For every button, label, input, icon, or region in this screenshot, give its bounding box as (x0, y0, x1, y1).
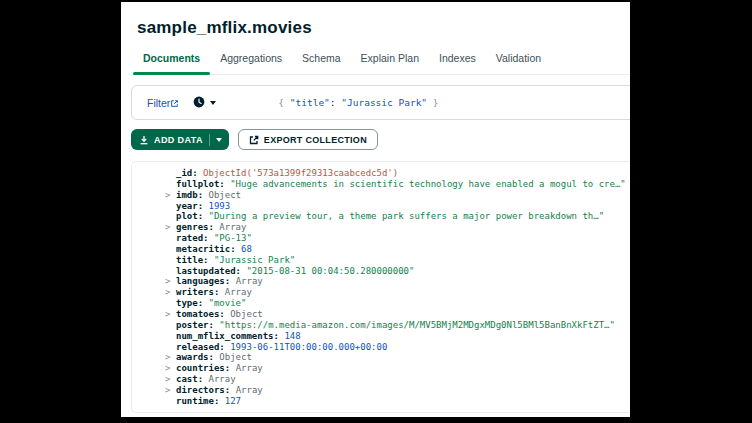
expand-caret-icon[interactable]: > (165, 287, 170, 298)
field-key: awards (176, 352, 209, 362)
field-colon: : (203, 233, 214, 243)
field-key: writers (176, 287, 214, 297)
field-value: 148 (284, 331, 300, 341)
field-key: genres (176, 222, 209, 232)
tab-label: Indexes (439, 52, 476, 64)
document-field-row[interactable]: >num_mflix_comments: 148 (176, 331, 630, 342)
field-colon: : (274, 331, 285, 341)
document-field-row[interactable]: >directors: Array (176, 385, 630, 396)
add-data-label: ADD DATA (154, 135, 203, 145)
document-field-row[interactable]: >rated: "PG-13" (176, 233, 630, 244)
field-colon: : (209, 352, 220, 362)
field-key: fullplot (176, 179, 219, 189)
field-colon: : (198, 211, 209, 221)
document-field-row[interactable]: >genres: Array (176, 222, 630, 233)
document-field-row[interactable]: >fullplot: "Huge advancements in scienti… (176, 179, 630, 190)
expand-caret-icon[interactable]: > (165, 309, 170, 320)
tab-explain-plan[interactable]: Explain Plan (351, 51, 429, 74)
query-open-brace: { (278, 97, 289, 108)
field-value: Object (209, 190, 242, 200)
filter-label: Filter (147, 97, 170, 109)
tab-aggregations[interactable]: Aggregations (210, 51, 292, 74)
filter-query-input[interactable]: { "title": "Jurassic Park" } (278, 97, 438, 108)
document-field-row[interactable]: >type: "movie" (176, 298, 630, 309)
expand-caret-icon[interactable]: > (165, 363, 170, 374)
field-colon: : (225, 385, 236, 395)
expand-caret-icon[interactable]: > (165, 374, 170, 385)
field-key: cast (176, 374, 198, 384)
export-icon (249, 131, 259, 149)
tab-label: Explain Plan (361, 52, 419, 64)
document-field-row[interactable]: >lastupdated: "2015-08-31 00:04:50.28000… (176, 266, 630, 277)
export-collection-button[interactable]: EXPORT COLLECTION (238, 129, 378, 150)
expand-caret-icon[interactable]: > (165, 276, 170, 287)
document-card[interactable]: >_id: ObjectId('573a1399f29313caabcedc5d… (131, 161, 630, 413)
field-colon: : (192, 168, 203, 178)
field-key: rated (176, 233, 203, 243)
field-colon: : (225, 276, 236, 286)
query-history-button[interactable] (193, 94, 216, 112)
query-close-brace: } (427, 97, 438, 108)
field-value: Array (236, 363, 263, 373)
document-field-row[interactable]: >imdb: Object (176, 190, 630, 201)
field-colon: : (219, 309, 230, 319)
field-colon: : (236, 266, 247, 276)
document-field-row[interactable]: >writers: Array (176, 287, 630, 298)
document-field-row[interactable]: >metacritic: 68 (176, 244, 630, 255)
field-colon: : (219, 342, 230, 352)
field-colon: : (225, 363, 236, 373)
field-value: 1993-06-11T00:00:00.000+00:00 (230, 342, 387, 352)
document-field-row[interactable]: >awards: Object (176, 352, 630, 363)
tab-indexes[interactable]: Indexes (429, 51, 486, 74)
document-field-row[interactable]: >year: 1993 (176, 201, 630, 212)
field-colon: : (209, 222, 220, 232)
download-icon (139, 131, 149, 149)
document-field-row[interactable]: >languages: Array (176, 276, 630, 287)
document-field-row[interactable]: >runtime: 127 (176, 396, 630, 407)
field-value: ObjectId('573a1399f29313caabcedc5d') (203, 168, 398, 178)
button-divider (209, 134, 210, 146)
external-link-icon (170, 97, 178, 109)
document-field-row[interactable]: >countries: Array (176, 363, 630, 374)
query-value: "Jurassic Park" (341, 97, 427, 108)
document-field-row[interactable]: >released: 1993-06-11T00:00:00.000+00:00 (176, 342, 630, 353)
document-fields: >_id: ObjectId('573a1399f29313caabcedc5d… (176, 168, 630, 407)
expand-caret-icon[interactable]: > (165, 190, 170, 201)
field-value: "During a preview tour, a theme park suf… (209, 211, 605, 221)
field-value: Array (236, 276, 263, 286)
field-colon: : (198, 190, 209, 200)
expand-caret-icon[interactable]: > (165, 222, 170, 233)
tab-schema[interactable]: Schema (292, 51, 351, 74)
field-value: "https://m.media-amazon.com/images/M/MV5… (219, 320, 615, 330)
document-field-row[interactable]: >poster: "https://m.media-amazon.com/ima… (176, 320, 630, 331)
document-field-row[interactable]: >_id: ObjectId('573a1399f29313caabcedc5d… (176, 168, 630, 179)
field-value: Object (230, 309, 263, 319)
page-title: sample_mflix.movies (137, 17, 630, 39)
expand-caret-icon[interactable]: > (165, 352, 170, 363)
toolbar: ADD DATA EXPORT COLLECTION (131, 129, 630, 150)
field-colon: : (219, 179, 230, 189)
tab-validation[interactable]: Validation (486, 51, 551, 74)
field-colon: : (209, 320, 220, 330)
document-field-row[interactable]: >tomatoes: Object (176, 309, 630, 320)
document-field-row[interactable]: >plot: "During a preview tour, a theme p… (176, 211, 630, 222)
expand-caret-icon[interactable]: > (165, 385, 170, 396)
field-key: title (176, 255, 203, 265)
add-data-button[interactable]: ADD DATA (131, 129, 229, 150)
field-value: "2015-08-31 00:04:50.280000000" (246, 266, 414, 276)
query-colon: : (330, 97, 341, 108)
filter-link[interactable]: Filter (147, 97, 178, 109)
field-value: "PG-13" (214, 233, 252, 243)
filter-bar: Filter { "title": "Jurassic Park" } (131, 85, 630, 120)
tab-label: Aggregations (220, 52, 282, 64)
tab-label: Validation (496, 52, 541, 64)
tab-label: Documents (143, 52, 200, 64)
document-field-row[interactable]: >cast: Array (176, 374, 630, 385)
field-value: Array (209, 374, 236, 384)
document-field-row[interactable]: >title: "Jurassic Park" (176, 255, 630, 266)
tab-documents[interactable]: Documents (133, 51, 210, 74)
clock-icon (193, 94, 205, 112)
field-key: tomatoes (176, 309, 219, 319)
field-key: directors (176, 385, 225, 395)
field-colon: : (198, 374, 209, 384)
